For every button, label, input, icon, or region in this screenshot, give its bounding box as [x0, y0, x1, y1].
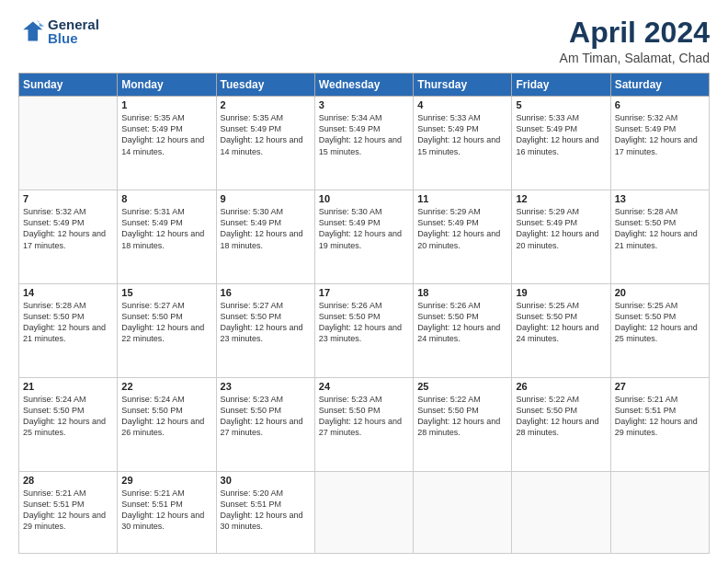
day-number: 5: [516, 99, 606, 110]
day-number: 8: [121, 193, 211, 204]
calendar-cell: [414, 471, 512, 553]
day-info: Sunrise: 5:23 AM Sunset: 5:50 PM Dayligh…: [221, 394, 311, 439]
day-info: Sunrise: 5:33 AM Sunset: 5:49 PM Dayligh…: [516, 112, 606, 157]
weekday-header-saturday: Saturday: [610, 74, 709, 97]
week-row-2: 7Sunrise: 5:32 AM Sunset: 5:49 PM Daylig…: [19, 190, 710, 284]
weekday-header-row: SundayMondayTuesdayWednesdayThursdayFrid…: [19, 74, 710, 97]
day-info: Sunrise: 5:30 AM Sunset: 5:49 PM Dayligh…: [221, 206, 311, 251]
day-info: Sunrise: 5:27 AM Sunset: 5:50 PM Dayligh…: [221, 300, 311, 345]
day-info: Sunrise: 5:22 AM Sunset: 5:50 PM Dayligh…: [516, 394, 606, 439]
day-info: Sunrise: 5:33 AM Sunset: 5:49 PM Dayligh…: [417, 112, 507, 157]
logo: General Blue: [18, 17, 99, 46]
day-info: Sunrise: 5:20 AM Sunset: 5:51 PM Dayligh…: [221, 488, 311, 533]
title-block: April 2024 Am Timan, Salamat, Chad: [560, 17, 710, 65]
day-number: 20: [615, 287, 705, 298]
day-number: 4: [417, 99, 507, 110]
day-number: 30: [221, 475, 311, 486]
day-number: 3: [319, 99, 409, 110]
day-number: 29: [121, 475, 211, 486]
day-number: 22: [121, 381, 211, 392]
subtitle: Am Timan, Salamat, Chad: [560, 51, 710, 65]
day-number: 7: [23, 193, 113, 204]
calendar-cell: [512, 471, 610, 553]
calendar-cell: [314, 471, 413, 553]
calendar-cell: 28Sunrise: 5:21 AM Sunset: 5:51 PM Dayli…: [19, 471, 118, 553]
calendar-table: SundayMondayTuesdayWednesdayThursdayFrid…: [18, 73, 710, 554]
day-info: Sunrise: 5:26 AM Sunset: 5:50 PM Dayligh…: [319, 300, 409, 345]
day-number: 19: [516, 287, 606, 298]
day-info: Sunrise: 5:21 AM Sunset: 5:51 PM Dayligh…: [121, 488, 211, 533]
week-row-1: 1Sunrise: 5:35 AM Sunset: 5:49 PM Daylig…: [19, 97, 710, 190]
calendar-cell: 20Sunrise: 5:25 AM Sunset: 5:50 PM Dayli…: [610, 284, 709, 378]
day-info: Sunrise: 5:24 AM Sunset: 5:50 PM Dayligh…: [121, 394, 211, 439]
calendar-cell: 17Sunrise: 5:26 AM Sunset: 5:50 PM Dayli…: [314, 284, 413, 378]
calendar-cell: 25Sunrise: 5:22 AM Sunset: 5:50 PM Dayli…: [414, 377, 512, 471]
day-info: Sunrise: 5:35 AM Sunset: 5:49 PM Dayligh…: [121, 112, 211, 157]
day-info: Sunrise: 5:28 AM Sunset: 5:50 PM Dayligh…: [615, 206, 705, 251]
day-info: Sunrise: 5:29 AM Sunset: 5:49 PM Dayligh…: [417, 206, 507, 251]
calendar-cell: 23Sunrise: 5:23 AM Sunset: 5:50 PM Dayli…: [216, 377, 314, 471]
calendar-cell: 4Sunrise: 5:33 AM Sunset: 5:49 PM Daylig…: [414, 97, 512, 190]
calendar-cell: [19, 97, 118, 190]
week-row-5: 28Sunrise: 5:21 AM Sunset: 5:51 PM Dayli…: [19, 471, 710, 553]
logo-text: General Blue: [48, 17, 99, 46]
day-info: Sunrise: 5:30 AM Sunset: 5:49 PM Dayligh…: [319, 206, 409, 251]
day-number: 10: [319, 193, 409, 204]
day-info: Sunrise: 5:21 AM Sunset: 5:51 PM Dayligh…: [23, 488, 113, 533]
day-number: 13: [615, 193, 705, 204]
day-info: Sunrise: 5:35 AM Sunset: 5:49 PM Dayligh…: [221, 112, 311, 157]
day-number: 1: [121, 99, 211, 110]
calendar-cell: 16Sunrise: 5:27 AM Sunset: 5:50 PM Dayli…: [216, 284, 314, 378]
day-info: Sunrise: 5:25 AM Sunset: 5:50 PM Dayligh…: [516, 300, 606, 345]
calendar-cell: 21Sunrise: 5:24 AM Sunset: 5:50 PM Dayli…: [19, 377, 118, 471]
day-number: 11: [417, 193, 507, 204]
calendar-cell: 22Sunrise: 5:24 AM Sunset: 5:50 PM Dayli…: [118, 377, 216, 471]
calendar-cell: 15Sunrise: 5:27 AM Sunset: 5:50 PM Dayli…: [118, 284, 216, 378]
day-number: 16: [221, 287, 311, 298]
day-number: 24: [319, 381, 409, 392]
day-info: Sunrise: 5:34 AM Sunset: 5:49 PM Dayligh…: [319, 112, 409, 157]
calendar-cell: 10Sunrise: 5:30 AM Sunset: 5:49 PM Dayli…: [314, 190, 413, 284]
day-info: Sunrise: 5:27 AM Sunset: 5:50 PM Dayligh…: [121, 300, 211, 345]
day-number: 25: [417, 381, 507, 392]
day-info: Sunrise: 5:25 AM Sunset: 5:50 PM Dayligh…: [615, 300, 705, 345]
calendar-cell: 18Sunrise: 5:26 AM Sunset: 5:50 PM Dayli…: [414, 284, 512, 378]
day-info: Sunrise: 5:32 AM Sunset: 5:49 PM Dayligh…: [615, 112, 705, 157]
week-row-4: 21Sunrise: 5:24 AM Sunset: 5:50 PM Dayli…: [19, 377, 710, 471]
weekday-header-monday: Monday: [118, 74, 216, 97]
day-number: 9: [221, 193, 311, 204]
calendar-cell: 26Sunrise: 5:22 AM Sunset: 5:50 PM Dayli…: [512, 377, 610, 471]
day-number: 18: [417, 287, 507, 298]
week-row-3: 14Sunrise: 5:28 AM Sunset: 5:50 PM Dayli…: [19, 284, 710, 378]
calendar-cell: 19Sunrise: 5:25 AM Sunset: 5:50 PM Dayli…: [512, 284, 610, 378]
calendar-cell: 2Sunrise: 5:35 AM Sunset: 5:49 PM Daylig…: [216, 97, 314, 190]
day-number: 23: [221, 381, 311, 392]
weekday-header-sunday: Sunday: [19, 74, 118, 97]
calendar-cell: 13Sunrise: 5:28 AM Sunset: 5:50 PM Dayli…: [610, 190, 709, 284]
day-number: 26: [516, 381, 606, 392]
day-number: 15: [121, 287, 211, 298]
day-number: 2: [221, 99, 311, 110]
day-info: Sunrise: 5:29 AM Sunset: 5:49 PM Dayligh…: [516, 206, 606, 251]
calendar-cell: 30Sunrise: 5:20 AM Sunset: 5:51 PM Dayli…: [216, 471, 314, 553]
day-info: Sunrise: 5:32 AM Sunset: 5:49 PM Dayligh…: [23, 206, 113, 251]
calendar-cell: 24Sunrise: 5:23 AM Sunset: 5:50 PM Dayli…: [314, 377, 413, 471]
calendar-cell: 6Sunrise: 5:32 AM Sunset: 5:49 PM Daylig…: [610, 97, 709, 190]
day-info: Sunrise: 5:21 AM Sunset: 5:51 PM Dayligh…: [615, 394, 705, 439]
calendar-cell: 8Sunrise: 5:31 AM Sunset: 5:49 PM Daylig…: [118, 190, 216, 284]
day-info: Sunrise: 5:24 AM Sunset: 5:50 PM Dayligh…: [23, 394, 113, 439]
weekday-header-tuesday: Tuesday: [216, 74, 314, 97]
weekday-header-wednesday: Wednesday: [314, 74, 413, 97]
main-title: April 2024: [560, 17, 710, 49]
day-number: 27: [615, 381, 705, 392]
calendar-cell: 3Sunrise: 5:34 AM Sunset: 5:49 PM Daylig…: [314, 97, 413, 190]
day-number: 21: [23, 381, 113, 392]
calendar-cell: 14Sunrise: 5:28 AM Sunset: 5:50 PM Dayli…: [19, 284, 118, 378]
day-info: Sunrise: 5:22 AM Sunset: 5:50 PM Dayligh…: [417, 394, 507, 439]
page: General Blue April 2024 Am Timan, Salama…: [0, 0, 728, 563]
calendar-cell: [610, 471, 709, 553]
calendar-cell: 12Sunrise: 5:29 AM Sunset: 5:49 PM Dayli…: [512, 190, 610, 284]
calendar-cell: 29Sunrise: 5:21 AM Sunset: 5:51 PM Dayli…: [118, 471, 216, 553]
calendar-cell: 9Sunrise: 5:30 AM Sunset: 5:49 PM Daylig…: [216, 190, 314, 284]
day-number: 14: [23, 287, 113, 298]
